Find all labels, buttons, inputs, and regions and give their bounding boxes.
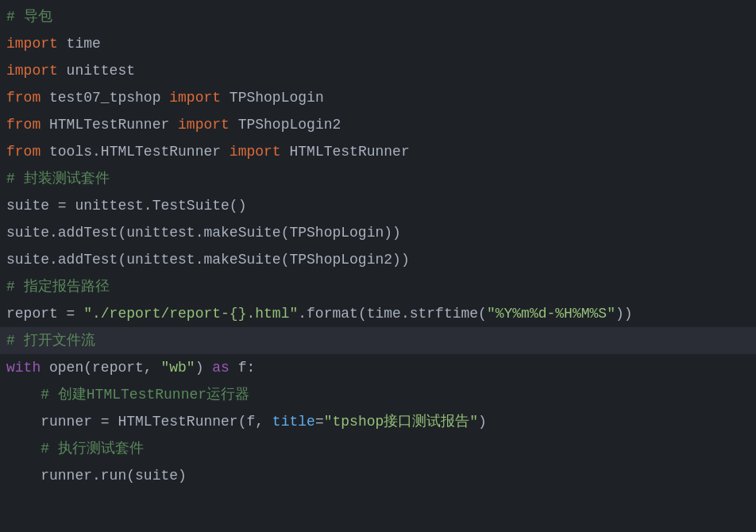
code-line: report = "./report/report-{}.html".forma…: [0, 300, 756, 327]
code-line: # 导包: [0, 3, 756, 30]
code-token: TPShopLogin: [221, 84, 324, 111]
code-token: runner = HTMLTestRunner(f,: [6, 408, 272, 435]
code-line: runner = HTMLTestRunner(f, title="tpshop…: [0, 408, 756, 435]
code-line: import unittest: [0, 57, 756, 84]
code-token: )): [615, 300, 633, 327]
code-token: from: [6, 84, 40, 111]
code-token: HTMLTestRunner: [40, 111, 178, 138]
code-token: "./report/report-{}.html": [83, 300, 298, 327]
code-line: from tools.HTMLTestRunner import HTMLTes…: [0, 138, 756, 165]
code-line: with open(report, "wb") as f:: [0, 354, 756, 381]
code-token: ): [195, 354, 213, 381]
code-token: # 创建HTMLTestRunner运行器: [40, 381, 249, 408]
code-token: import: [6, 30, 58, 57]
code-token: tools.HTMLTestRunner: [40, 138, 230, 165]
code-line: # 指定报告路径: [0, 273, 756, 300]
code-token: f:: [230, 354, 255, 381]
code-token: suite.addTest(unittest.makeSuite(TPShopL…: [6, 246, 410, 273]
code-line: # 创建HTMLTestRunner运行器: [0, 381, 756, 408]
code-token: "wb": [160, 354, 195, 381]
code-token: from: [6, 111, 40, 138]
code-token: title: [272, 408, 315, 435]
code-token: unittest: [58, 57, 135, 84]
code-line: from HTMLTestRunner import TPShopLogin2: [0, 111, 756, 138]
code-token: # 封装测试套件: [6, 165, 110, 192]
code-line: from test07_tpshop import TPShopLogin: [0, 84, 756, 111]
code-token: TPShopLogin2: [230, 111, 341, 138]
code-token: as: [212, 354, 230, 381]
code-token: # 指定报告路径: [6, 273, 110, 300]
code-token: report =: [6, 300, 83, 327]
code-token: with: [6, 354, 40, 381]
code-line: import time: [0, 30, 756, 57]
code-line: suite.addTest(unittest.makeSuite(TPShopL…: [0, 219, 756, 246]
code-token: import: [178, 111, 230, 138]
code-token: =: [315, 408, 324, 435]
code-token: from: [6, 138, 40, 165]
code-token: HTMLTestRunner: [281, 138, 410, 165]
code-line: suite = unittest.TestSuite(): [0, 192, 756, 219]
code-token: time: [58, 30, 101, 57]
code-token: open(report,: [40, 354, 160, 381]
code-token: .format(time.strftime(: [298, 300, 487, 327]
code-token: test07_tpshop: [40, 84, 169, 111]
code-token: "tpshop接口测试报告": [324, 408, 478, 435]
code-token: ): [478, 408, 487, 435]
code-editor: # 导包import timeimport unittestfrom test0…: [0, 0, 756, 532]
code-token: import: [6, 57, 58, 84]
code-token: "%Y%m%d-%H%M%S": [487, 300, 615, 327]
code-token: suite = unittest.TestSuite(): [6, 192, 246, 219]
code-token: runner.run(suite): [6, 462, 187, 489]
code-token: suite.addTest(unittest.makeSuite(TPShopL…: [6, 219, 401, 246]
code-token: [6, 381, 40, 408]
code-token: # 导包: [6, 3, 52, 30]
code-line: # 打开文件流: [0, 327, 756, 354]
code-token: # 执行测试套件: [40, 435, 144, 462]
code-token: import: [169, 84, 221, 111]
code-token: import: [230, 138, 281, 165]
code-line: # 执行测试套件: [0, 435, 756, 462]
code-line: # 封装测试套件: [0, 165, 756, 192]
code-line: suite.addTest(unittest.makeSuite(TPShopL…: [0, 246, 756, 273]
code-token: # 打开文件流: [6, 327, 95, 354]
code-token: [6, 435, 40, 462]
code-line: runner.run(suite): [0, 462, 756, 489]
